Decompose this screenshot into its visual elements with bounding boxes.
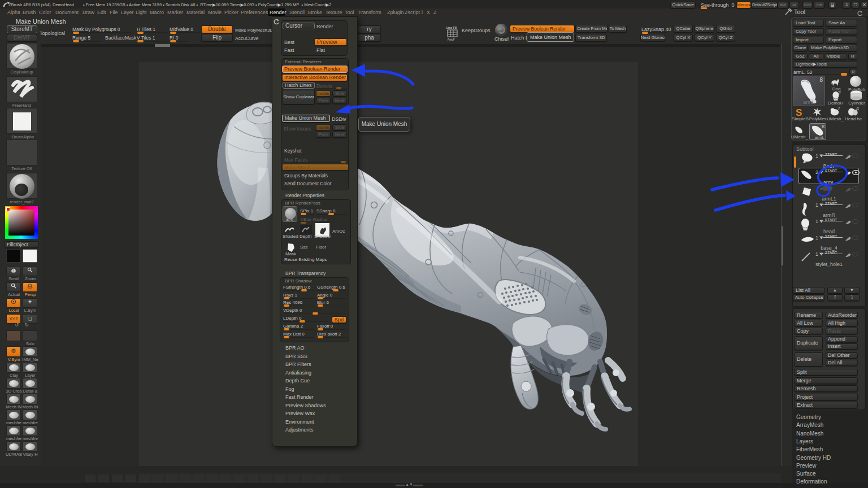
svg-text:Line Fill: Line Fill [446,26,458,29]
svg-text:S: S [796,107,802,116]
svg-text:PolyF: PolyF [448,38,455,41]
